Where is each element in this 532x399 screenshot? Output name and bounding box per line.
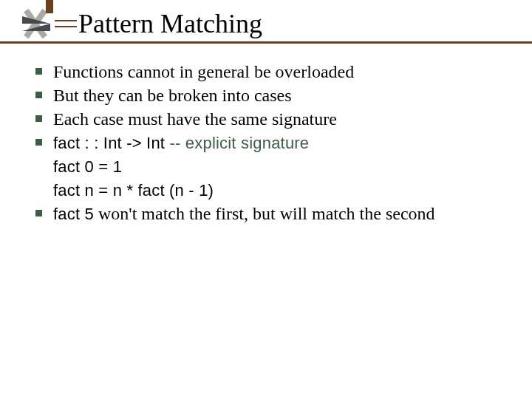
- bullet-item: fact 5 won't match the first, but will m…: [31, 202, 510, 225]
- square-bullet-icon: [35, 68, 42, 75]
- code-comment: -- explicit signature: [165, 134, 309, 152]
- code-text: fact 5: [53, 205, 94, 223]
- code-text: fact : : Int -> Int: [53, 134, 165, 152]
- square-bullet-icon: [35, 115, 42, 122]
- code-text: fact 0 = 1: [53, 157, 122, 176]
- code-line: fact n = n * fact (n - 1): [31, 179, 510, 201]
- bullet-item: Each case must have the same signature: [31, 108, 510, 130]
- slide: Pattern Matching Functions cannot in gen…: [0, 0, 532, 399]
- bullet-text: Functions cannot in general be overloade…: [53, 62, 354, 81]
- slide-title: Pattern Matching: [78, 8, 262, 39]
- slide-body: Functions cannot in general be overloade…: [31, 61, 510, 226]
- code-text: fact n = n * fact (n - 1): [53, 181, 214, 200]
- code-line: fact 0 = 1: [31, 155, 510, 177]
- bullet-text: Each case must have the same signature: [53, 109, 337, 129]
- square-bullet-icon: [35, 139, 42, 146]
- square-bullet-icon: [35, 210, 42, 216]
- bullet-item: Functions cannot in general be overloade…: [31, 61, 510, 83]
- bullet-text: But they can be broken into cases: [53, 86, 292, 105]
- square-bullet-icon: [35, 92, 42, 98]
- haskell-logo-icon: [0, 0, 89, 52]
- bullet-item: fact : : Int -> Int -- explicit signatur…: [31, 132, 510, 154]
- title-underline: [0, 41, 532, 44]
- bullet-text: won't match the first, but will match th…: [94, 204, 435, 223]
- bullet-item: But they can be broken into cases: [31, 84, 510, 106]
